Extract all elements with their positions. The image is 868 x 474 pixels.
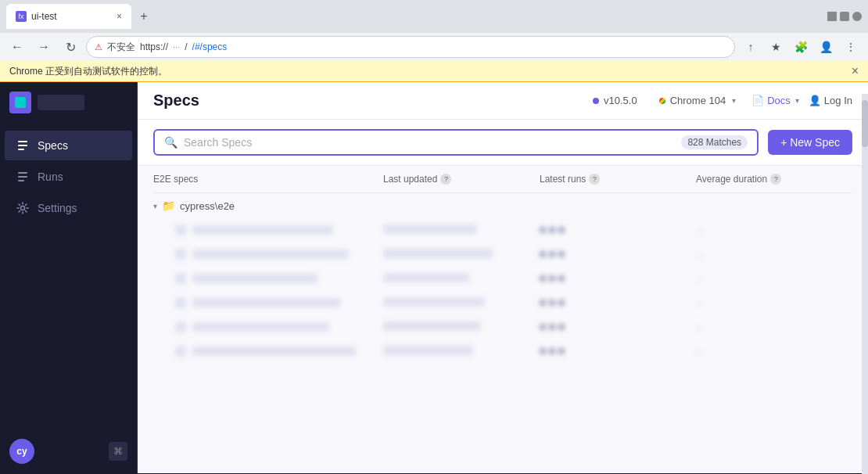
- svg-point-6: [21, 206, 25, 210]
- search-input[interactable]: [184, 136, 675, 149]
- back-button[interactable]: ←: [6, 36, 28, 58]
- close-window-button[interactable]: [852, 12, 862, 21]
- run-dot-2: [549, 348, 555, 354]
- keyboard-shortcut[interactable]: ⌘: [109, 442, 127, 461]
- spec-row[interactable]: --: [153, 267, 852, 291]
- forward-button[interactable]: →: [33, 36, 55, 58]
- last-updated-help-icon[interactable]: ?: [440, 174, 451, 185]
- run-dot-2: [549, 300, 555, 306]
- sidebar-item-specs[interactable]: Specs: [5, 131, 132, 160]
- run-dot-2: [549, 275, 555, 282]
- minimize-button[interactable]: [827, 12, 837, 21]
- spec-row[interactable]: --: [153, 242, 852, 267]
- address-bar[interactable]: ⚠ 不安全 https:// ··· / /#/specs: [86, 36, 735, 58]
- tab-close-button[interactable]: ×: [117, 11, 122, 22]
- folder-row[interactable]: ▾ 📁 cypress\e2e: [153, 193, 852, 218]
- settings-icon: [16, 201, 30, 215]
- security-label: 不安全: [107, 41, 135, 54]
- spec-name: [192, 274, 317, 283]
- col-e2e-header: E2E specs: [153, 174, 383, 185]
- run-dot-1: [540, 348, 546, 354]
- run-dot-2: [549, 251, 555, 257]
- sidebar-item-runs[interactable]: Runs: [5, 162, 132, 192]
- folder-chevron-icon: ▾: [153, 202, 157, 210]
- browser-action-buttons: ↑ ★ 🧩 👤 ⋮: [740, 36, 862, 58]
- version-badge[interactable]: v10.5.0: [586, 92, 644, 110]
- maximize-button[interactable]: [840, 12, 849, 21]
- run-dot-1: [540, 275, 546, 282]
- spec-runs: [540, 300, 696, 306]
- spec-row[interactable]: --: [153, 218, 852, 242]
- spec-date-value: [383, 224, 477, 234]
- browser-label: Chrome 104: [670, 95, 726, 106]
- docs-button[interactable]: 📄 Docs ▾: [751, 95, 799, 106]
- profile-button[interactable]: 👤: [815, 36, 837, 58]
- spec-name-cell: [153, 346, 383, 357]
- browser-chrome: fx ui-test × +: [0, 0, 868, 33]
- menu-button[interactable]: ⋮: [840, 36, 862, 58]
- search-box: 🔍 828 Matches: [153, 129, 759, 156]
- spec-row[interactable]: --: [153, 315, 852, 339]
- spec-file-icon: [175, 346, 186, 357]
- latest-runs-help-icon[interactable]: ?: [589, 174, 600, 185]
- sidebar-item-settings[interactable]: Settings: [5, 193, 132, 223]
- warning-close-button[interactable]: ×: [852, 64, 859, 78]
- scrollbar-thumb[interactable]: [862, 100, 868, 147]
- matches-badge: 828 Matches: [681, 135, 748, 149]
- spec-date: [383, 320, 540, 334]
- spec-duration: --: [696, 297, 852, 309]
- docs-label: Docs: [767, 95, 791, 106]
- spec-name-cell: [153, 297, 383, 308]
- refresh-button[interactable]: ↻: [59, 36, 81, 58]
- avg-duration-help-icon[interactable]: ?: [770, 174, 781, 185]
- col-avg-duration-header: Average duration ?: [696, 174, 852, 185]
- spec-name-cell: [153, 249, 383, 260]
- spec-row[interactable]: --: [153, 291, 852, 315]
- spec-date: [383, 271, 540, 285]
- browser-controls: ← → ↻ ⚠ 不安全 https:// ··· / /#/specs ↑ ★ …: [0, 33, 868, 61]
- run-dot-1: [540, 324, 546, 330]
- spec-duration: --: [696, 346, 852, 357]
- folder-icon: 📁: [162, 199, 175, 212]
- spec-duration: --: [696, 249, 852, 260]
- header-actions: v10.5.0 Chrome 104 ▾ 📄 Docs ▾ 👤 Log In: [586, 92, 852, 110]
- spec-file-icon: [175, 321, 186, 332]
- spec-date-value: [383, 346, 473, 355]
- spec-runs: [540, 251, 696, 257]
- spec-name-cell: [153, 224, 383, 235]
- spec-row[interactable]: --: [153, 339, 852, 364]
- cy-logo[interactable]: cy: [9, 439, 34, 464]
- run-dot-3: [558, 251, 565, 257]
- spec-runs: [540, 275, 696, 282]
- run-dot-3: [558, 275, 565, 282]
- spec-name: [192, 250, 349, 259]
- share-button[interactable]: ↑: [740, 36, 762, 58]
- sidebar-logo-area: [0, 82, 137, 123]
- new-spec-button[interactable]: + New Spec: [768, 130, 852, 155]
- browser-badge[interactable]: Chrome 104 ▾: [653, 92, 743, 110]
- extensions-button[interactable]: 🧩: [790, 36, 812, 58]
- version-label: v10.5.0: [604, 95, 637, 106]
- svg-rect-2: [18, 149, 24, 150]
- spec-date-value: [383, 297, 485, 307]
- spec-file-icon: [175, 249, 186, 260]
- run-dot-1: [540, 300, 546, 306]
- spec-date: [383, 223, 540, 237]
- bookmark-button[interactable]: ★: [765, 36, 787, 58]
- spec-file-icon: [175, 224, 186, 235]
- page-title: Specs: [153, 92, 199, 110]
- spec-file-icon: [175, 297, 186, 308]
- spec-runs: [540, 324, 696, 330]
- spec-name: [192, 347, 357, 356]
- spec-name: [192, 298, 341, 307]
- login-button[interactable]: 👤 Log In: [809, 95, 852, 106]
- address-separator: ···: [173, 42, 180, 52]
- run-dot-2: [549, 227, 555, 233]
- spec-date-value: [383, 321, 481, 331]
- app-container: Specs Runs: [0, 82, 868, 473]
- run-dot-1: [540, 251, 546, 257]
- sidebar-runs-label: Runs: [38, 171, 63, 183]
- browser-tab-active[interactable]: fx ui-test ×: [6, 4, 131, 29]
- scrollbar-track[interactable]: [862, 94, 868, 473]
- new-tab-button[interactable]: +: [135, 7, 153, 26]
